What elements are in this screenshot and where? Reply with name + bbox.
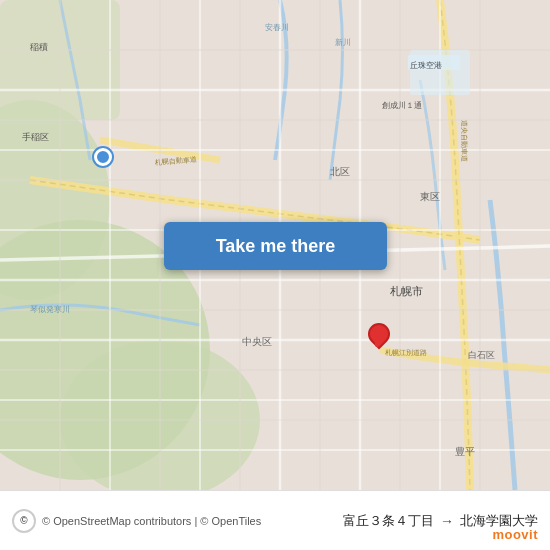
svg-text:中央区: 中央区 — [242, 336, 272, 347]
svg-text:豊平: 豊平 — [455, 446, 475, 457]
osm-credit: © OpenStreetMap contributors | © OpenTil… — [42, 515, 343, 527]
bottom-bar: © © OpenStreetMap contributors | © OpenT… — [0, 490, 550, 550]
svg-text:稲積: 稲積 — [30, 42, 48, 52]
osm-logo: © — [12, 509, 36, 533]
svg-text:札幌市: 札幌市 — [390, 285, 423, 297]
moovit-logo: moovit — [492, 527, 538, 542]
arrow-icon: → — [440, 513, 454, 529]
origin-label: 富丘３条４丁目 — [343, 512, 434, 530]
take-me-there-button[interactable]: Take me there — [164, 222, 387, 270]
svg-text:琴似発寒川: 琴似発寒川 — [30, 305, 70, 314]
svg-text:北区: 北区 — [330, 166, 350, 177]
svg-text:安春川: 安春川 — [265, 23, 289, 32]
svg-text:創成川１通: 創成川１通 — [382, 101, 422, 110]
svg-text:東区: 東区 — [420, 191, 440, 202]
svg-text:札幌江別道路: 札幌江別道路 — [385, 349, 427, 356]
svg-text:手稲区: 手稲区 — [22, 132, 49, 142]
map-container: 稲積 手稲区 安春川 新川 丘珠空港 創成川１通 北区 東区 札幌市 中央区 豊… — [0, 0, 550, 490]
svg-text:白石区: 白石区 — [468, 350, 495, 360]
svg-text:丘珠空港: 丘珠空港 — [410, 61, 442, 70]
svg-text:道央自動車道: 道央自動車道 — [461, 120, 468, 162]
svg-text:新川: 新川 — [335, 38, 351, 47]
destination-marker — [368, 323, 386, 347]
origin-marker — [94, 148, 112, 166]
